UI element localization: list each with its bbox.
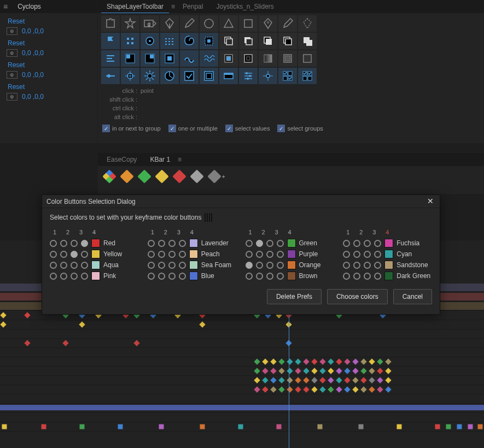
radio-button[interactable] <box>266 273 273 280</box>
reset-button[interactable]: Reset <box>3 81 94 92</box>
tool-copy2-icon[interactable] <box>239 33 258 49</box>
coord-value[interactable]: 0,0 ,0,0 <box>22 71 44 79</box>
radio-button[interactable] <box>81 251 88 258</box>
keyframe-icon[interactable] <box>79 321 85 327</box>
keyframe-icon[interactable] <box>311 377 317 383</box>
tool-sliders-icon[interactable] <box>239 68 258 84</box>
keyframe-icon[interactable] <box>262 368 268 374</box>
keyframe-icon[interactable] <box>270 358 276 364</box>
tab-cyclops[interactable]: Cyclops <box>12 0 46 13</box>
keyframe-icon[interactable] <box>295 377 301 383</box>
radio-button[interactable] <box>50 251 57 258</box>
target-icon[interactable]: ⊕ <box>7 71 18 79</box>
radio-button[interactable] <box>50 240 57 247</box>
keyframe-icon[interactable] <box>270 377 276 383</box>
keyframe-icon[interactable] <box>278 386 284 392</box>
keyframe-icon[interactable] <box>360 377 366 383</box>
radio-button[interactable] <box>364 240 371 247</box>
keyframe-icon[interactable] <box>270 386 276 392</box>
keyframe-icon[interactable] <box>303 358 309 364</box>
radio-button[interactable] <box>374 262 381 269</box>
keyframe-icon[interactable] <box>369 386 375 392</box>
keyframe-icon[interactable] <box>319 358 325 364</box>
tool-dots-icon[interactable] <box>121 33 139 49</box>
keyframe-icon[interactable] <box>270 368 276 374</box>
tool-frame-icon[interactable] <box>200 68 218 84</box>
radio-button[interactable] <box>374 273 381 280</box>
radio-button[interactable] <box>374 240 381 247</box>
kbar-button[interactable] <box>207 169 221 183</box>
keyframe-row[interactable] <box>0 348 484 357</box>
reset-button[interactable]: Reset <box>3 15 94 26</box>
tool-check-icon[interactable] <box>180 68 199 84</box>
close-icon[interactable]: ✕ <box>425 197 435 207</box>
tool-copy-icon[interactable] <box>219 33 238 49</box>
tool-checks-icon[interactable] <box>278 68 297 84</box>
radio-button[interactable] <box>81 262 88 269</box>
choose-colors-button[interactable]: Choose colors <box>327 289 388 304</box>
keyframe-icon[interactable] <box>295 368 301 374</box>
keyframe-icon[interactable] <box>360 386 366 392</box>
radio-button[interactable] <box>246 240 253 247</box>
keyframe-icon[interactable] <box>385 358 391 364</box>
keyframe-icon[interactable] <box>344 358 350 364</box>
panel-menu-icon[interactable]: ≡ <box>3 2 8 11</box>
radio-button[interactable] <box>71 273 78 280</box>
radio-button[interactable] <box>158 262 165 269</box>
radio-button[interactable] <box>343 240 350 247</box>
keyframe-icon[interactable] <box>377 358 383 364</box>
kbar-button[interactable] <box>137 169 151 183</box>
keyframe-row[interactable] <box>0 320 484 329</box>
keyframe-icon[interactable] <box>369 368 375 374</box>
checkbox-option[interactable]: ✓one or multiple <box>168 125 218 132</box>
radio-button[interactable] <box>179 273 186 280</box>
keyframe-icon[interactable] <box>254 386 260 392</box>
keyframe-row[interactable] <box>0 413 484 422</box>
keyframe-icon[interactable] <box>385 386 391 392</box>
radio-button[interactable] <box>343 262 350 269</box>
tool-target-icon[interactable] <box>259 68 277 84</box>
radio-button[interactable] <box>148 251 155 258</box>
keyframe-icon[interactable] <box>0 312 6 318</box>
tab-joysticks[interactable]: Joysticks_n_Sliders <box>211 0 279 13</box>
tab-easecopy[interactable]: EaseCopy <box>101 153 142 166</box>
keyframe-icon[interactable] <box>328 386 334 392</box>
keyframe-icon[interactable] <box>352 386 358 392</box>
kbar-button[interactable] <box>155 169 168 183</box>
tool-crosshair-icon[interactable] <box>121 68 139 84</box>
keyframe-icon[interactable] <box>159 425 164 429</box>
radio-button[interactable] <box>60 273 67 280</box>
tool-circle-dot-icon[interactable] <box>141 33 159 49</box>
tool-ellipse-icon[interactable] <box>200 15 218 32</box>
keyframe-icon[interactable] <box>295 386 301 392</box>
keyframe-icon[interactable] <box>238 425 243 429</box>
keyframe-row[interactable] <box>0 367 484 376</box>
radio-button[interactable] <box>364 273 371 280</box>
radio-button[interactable] <box>353 251 360 258</box>
tool-sun-icon[interactable] <box>141 68 159 84</box>
radio-button[interactable] <box>364 251 371 258</box>
keyframe-icon[interactable] <box>24 340 30 346</box>
radio-button[interactable] <box>374 251 381 258</box>
keyframe-icon[interactable] <box>336 368 342 374</box>
tool-copy3-icon[interactable] <box>259 33 277 49</box>
keyframe-icon[interactable] <box>287 386 293 392</box>
radio-button[interactable] <box>60 240 67 247</box>
radio-button[interactable] <box>71 251 78 258</box>
radio-button[interactable] <box>168 251 176 258</box>
tool-sq-tl-icon[interactable] <box>121 50 139 67</box>
keyframe-icon[interactable] <box>385 368 391 374</box>
keyframe-icon[interactable] <box>199 321 205 327</box>
kbar-button[interactable] <box>120 169 133 183</box>
radio-button[interactable] <box>158 273 165 280</box>
radio-button[interactable] <box>71 240 78 247</box>
keyframe-icon[interactable] <box>397 425 402 429</box>
keyframe-icon[interactable] <box>359 425 364 429</box>
target-icon[interactable]: ⊕ <box>7 27 18 35</box>
tool-wave-icon[interactable] <box>180 50 199 67</box>
keyframe-icon[interactable] <box>446 425 451 429</box>
keyframe-icon[interactable] <box>24 312 30 318</box>
radio-button[interactable] <box>168 273 176 280</box>
tab-shapelayertoolbar[interactable]: ShapeLayerToolbar <box>101 0 169 13</box>
keyframe-icon[interactable] <box>352 358 358 364</box>
